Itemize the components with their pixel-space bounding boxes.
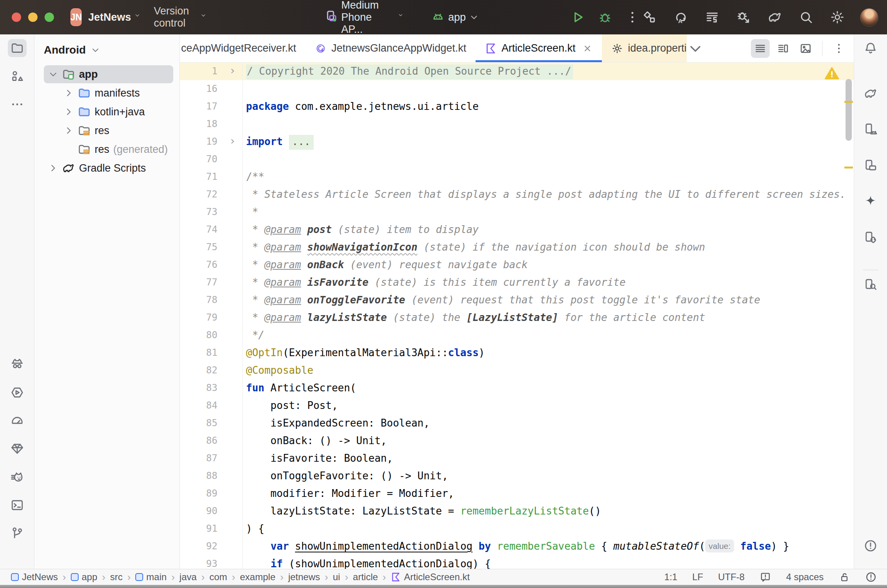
editor-view-mode-list-icon[interactable] (751, 39, 770, 58)
notifications-bell-icon[interactable] (861, 39, 880, 57)
build-hammer-icon[interactable] (641, 9, 658, 26)
gradle-elephant[interactable] (861, 84, 880, 102)
minimize-window-button[interactable] (28, 13, 38, 22)
run-configuration-selector[interactable]: app (429, 9, 479, 26)
breadcrumb-item-example[interactable]: example (240, 572, 276, 583)
project-folder-icon[interactable] (8, 39, 27, 57)
close-window-button[interactable] (12, 13, 21, 22)
benchmark-gauge-icon[interactable] (8, 412, 27, 430)
tree-item-res[interactable]: res(generated) (34, 140, 180, 159)
code-line-18[interactable]: 18 (180, 115, 854, 133)
tree-item-res[interactable]: res (34, 121, 180, 140)
code-line-1[interactable]: 1›/ Copyright 2020 The Android Open Sour… (180, 63, 854, 80)
breadcrumb-item-articlescreen-kt[interactable]: ArticleScreen.kt (391, 572, 470, 583)
error-analysis-icon[interactable] (865, 571, 877, 583)
editor-view-mode-split-icon[interactable] (774, 39, 792, 58)
line-separator-widget[interactable]: LF (692, 572, 703, 583)
warning-stripe-mark[interactable] (844, 101, 853, 103)
code-line-78[interactable]: 78 * @param onToggleFavorite (event) req… (180, 291, 854, 309)
tree-item-manifests[interactable]: manifests (34, 84, 180, 102)
device-manager-icon[interactable] (861, 120, 880, 138)
code-editor[interactable]: 1›/ Copyright 2020 The Android Open Sour… (180, 63, 854, 569)
sync-translate-icon[interactable]: A (672, 9, 689, 26)
code-line-71[interactable]: 71/** (180, 168, 854, 186)
breadcrumb-item-java[interactable]: java (180, 572, 197, 583)
git-branch-icon[interactable] (8, 524, 27, 542)
code-line-72[interactable]: 72 * Stateless Article Screen that displ… (180, 186, 854, 203)
more-actions-kebab-icon[interactable] (624, 9, 641, 26)
terminal-icon[interactable] (8, 496, 27, 514)
breadcrumb-item-main[interactable]: main (135, 572, 167, 583)
code-line-19[interactable]: 19›import ... (180, 133, 854, 151)
code-line-80[interactable]: 80 */ (180, 326, 854, 344)
debug-button[interactable] (596, 9, 614, 26)
editor-tab-jetnewsglanceappwidget-kt[interactable]: JetnewsGlanceAppWidget.kt (305, 34, 476, 62)
code-line-79[interactable]: 79 * @param lazyListState (state) the [L… (180, 309, 854, 326)
fold-arrow-icon[interactable]: › (219, 133, 242, 151)
editor-scrollbar[interactable] (846, 79, 852, 141)
gemini-sparkle-icon[interactable] (861, 192, 880, 210)
chevron-right-icon[interactable] (48, 163, 59, 174)
encoding-widget[interactable]: UTF-8 (718, 572, 745, 583)
device-mirroring-icon[interactable] (861, 228, 880, 246)
code-line-87[interactable]: 87 isFavorite: Boolean, (180, 450, 854, 467)
editor-options-kebab-icon[interactable] (830, 39, 848, 58)
fold-arrow-icon[interactable]: › (219, 63, 242, 80)
code-line-86[interactable]: 86 onBack: () -> Unit, (180, 432, 854, 450)
chevron-down-icon[interactable] (48, 69, 59, 80)
code-line-16[interactable]: 16 (180, 80, 854, 98)
profiler-hex-icon[interactable] (8, 384, 27, 402)
code-line-76[interactable]: 76 * @param onBack (event) request navig… (180, 256, 854, 274)
code-line-17[interactable]: 17package com.example.jetnews.ui.article (180, 98, 854, 115)
tree-item-gradle-scripts[interactable]: Gradle Scripts (34, 159, 180, 177)
settings-gear-icon[interactable] (829, 9, 846, 26)
breadcrumb-item-jetnews[interactable]: jetnews (288, 572, 320, 583)
editor-tab-articlescreen-kt[interactable]: ArticleScreen.kt (476, 34, 602, 62)
running-devices-icon[interactable] (861, 156, 880, 174)
maximize-window-button[interactable] (45, 13, 54, 22)
code-line-88[interactable]: 88 onToggleFavorite: () -> Unit, (180, 467, 854, 485)
breadcrumb-item-src[interactable]: src (110, 572, 122, 583)
hidden-tabs-chevron[interactable] (687, 34, 704, 62)
attach-debugger-icon[interactable] (735, 9, 752, 26)
chevron-right-icon[interactable] (63, 88, 74, 99)
user-avatar[interactable] (860, 8, 878, 27)
code-line-93[interactable]: 93 if (showUnimplementedActionDialog) { (180, 555, 854, 569)
breadcrumb-item-com[interactable]: com (210, 572, 227, 583)
unlocked-icon[interactable] (839, 571, 850, 583)
code-line-92[interactable]: 92 var showUnimplementedActionDialog by … (180, 538, 854, 555)
profiler-icon[interactable] (704, 9, 721, 26)
chevron-right-icon[interactable] (63, 125, 74, 136)
breadcrumb-item-ui[interactable]: ui (333, 572, 340, 583)
breadcrumb-item-article[interactable]: article (353, 572, 378, 583)
code-line-77[interactable]: 77 * @param isFavorite (state) is this i… (180, 274, 854, 291)
warning-stripe-mark[interactable] (844, 167, 853, 169)
inspection-highlight-icon[interactable] (760, 571, 771, 583)
logcat-cat-icon[interactable] (8, 468, 27, 486)
device-selector[interactable]: Medium Phone AP... (324, 0, 404, 36)
editor-view-mode-preview-icon[interactable] (796, 39, 815, 58)
app-quality-insights-icon[interactable] (8, 440, 27, 458)
code-line-81[interactable]: 81@OptIn(ExperimentalMaterial3Api::class… (180, 344, 854, 362)
problems-icon[interactable] (861, 537, 880, 555)
run-button[interactable] (569, 9, 586, 26)
device-explorer-icon[interactable] (861, 276, 880, 294)
editor-tab-ceappwidgetreceiver-kt[interactable]: ceAppWidgetReceiver.kt (180, 34, 305, 62)
code-line-83[interactable]: 83fun ArticleScreen( (180, 379, 854, 397)
code-line-91[interactable]: 91) { (180, 520, 854, 538)
code-line-82[interactable]: 82@Composable (180, 362, 854, 379)
gradle-sync-icon[interactable] (766, 9, 783, 26)
search-everywhere-icon[interactable] (797, 9, 815, 26)
caret-position-widget[interactable]: 1:1 (664, 572, 677, 583)
version-control-menu[interactable]: Version control (154, 5, 197, 29)
breadcrumb-item-app[interactable]: app (71, 572, 97, 583)
indent-widget[interactable]: 4 spaces (786, 572, 824, 583)
project-view-selector[interactable]: Android (34, 40, 180, 60)
code-line-85[interactable]: 85 isExpandedScreen: Boolean, (180, 414, 854, 432)
project-name-menu[interactable]: JetNews (88, 11, 131, 23)
editor-tab-idea-properti[interactable]: idea.properti (602, 34, 686, 62)
code-line-74[interactable]: 74 * @param post (state) item to display (180, 221, 854, 238)
inspection-warning-icon[interactable] (824, 66, 840, 79)
code-line-89[interactable]: 89 modifier: Modifier = Modifier, (180, 485, 854, 502)
tree-item-kotlin-java[interactable]: kotlin+java (34, 102, 180, 121)
